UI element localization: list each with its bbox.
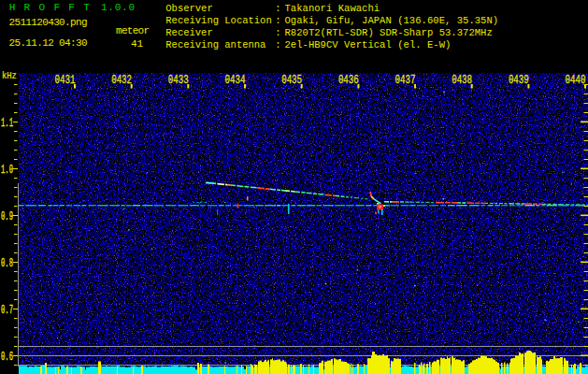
svg-text:0438: 0438: [452, 74, 472, 87]
svg-text:1.0: 1.0: [1, 162, 13, 176]
svg-text:R: R: [24, 2, 31, 13]
svg-text:0432: 0432: [111, 74, 132, 87]
svg-text:Takanori Kawachi: Takanori Kawachi: [285, 3, 380, 14]
svg-text:R820T2(RTL-SDR) SDR-Sharp 53.3: R820T2(RTL-SDR) SDR-Sharp 53.372MHz: [285, 27, 493, 38]
svg-text:0439: 0439: [509, 74, 529, 87]
svg-text:0433: 0433: [168, 74, 189, 87]
svg-text:0435: 0435: [281, 74, 302, 87]
svg-text:0437: 0437: [395, 74, 416, 87]
svg-text:F: F: [68, 2, 75, 13]
svg-text:F: F: [53, 2, 60, 13]
svg-text:0.9: 0.9: [1, 209, 13, 223]
svg-text:0.6: 0.6: [1, 349, 13, 363]
svg-text:0440: 0440: [566, 74, 586, 87]
svg-text:25.11.12 04:30: 25.11.12 04:30: [9, 37, 88, 49]
svg-text:0434: 0434: [225, 74, 246, 87]
svg-text:0436: 0436: [338, 74, 359, 87]
svg-text:Observer: Observer: [165, 3, 212, 14]
svg-text:H: H: [9, 2, 16, 13]
svg-text:0.7: 0.7: [1, 302, 13, 316]
svg-text:1.0.0: 1.0.0: [101, 2, 135, 13]
svg-text:T: T: [83, 2, 90, 13]
svg-text:1.1: 1.1: [1, 115, 13, 129]
svg-text:kHz: kHz: [2, 70, 17, 81]
svg-text::: :: [275, 39, 280, 50]
svg-text:meteor: meteor: [116, 25, 150, 36]
svg-text:Receiver: Receiver: [165, 27, 212, 38]
svg-text:0.8: 0.8: [1, 255, 13, 269]
svg-text:0431: 0431: [55, 74, 76, 87]
svg-text::: :: [275, 3, 280, 14]
svg-text:2el-HB9CV Vertical (el. E-W): 2el-HB9CV Vertical (el. E-W): [285, 39, 452, 50]
svg-text:2511120430.png: 2511120430.png: [9, 17, 88, 28]
svg-text::: :: [275, 27, 280, 38]
svg-text:Receiving antenna: Receiving antenna: [165, 39, 265, 50]
svg-text:O: O: [39, 2, 46, 13]
svg-text:Receiving Location: Receiving Location: [165, 15, 271, 26]
svg-text:Ogaki, Gifu, JAPAN (136.60E, 3: Ogaki, Gifu, JAPAN (136.60E, 35.35N): [285, 15, 499, 26]
svg-text:41: 41: [131, 38, 144, 50]
svg-text::: :: [275, 15, 280, 26]
